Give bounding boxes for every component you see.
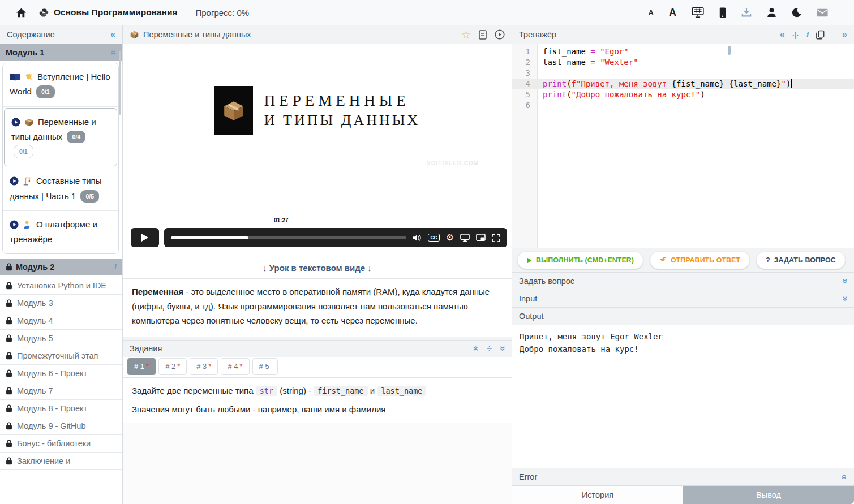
fullscreen-icon[interactable]	[492, 234, 500, 242]
sidebar-lesson-platform[interactable]: О платформе и тренажёре	[3, 211, 118, 254]
error-collapse-icon[interactable]: «	[840, 474, 849, 479]
airplay-icon[interactable]	[460, 234, 470, 242]
trainer-title: Тренажёр	[519, 30, 556, 39]
text-version-icon[interactable]	[479, 30, 487, 40]
output-section-label: Output	[519, 312, 544, 321]
task-tab-2[interactable]: # 2*	[158, 358, 187, 375]
task-tab-3[interactable]: # 3*	[190, 358, 218, 375]
line-number: 3	[512, 68, 538, 79]
tasks-title: Задания	[130, 344, 162, 353]
download-icon[interactable]	[741, 7, 752, 18]
locked-module-item[interactable]: Промежуточный этап	[0, 347, 122, 365]
video-version-icon[interactable]	[495, 29, 505, 40]
slide-title-line2: И ТИПЫ ДАННЫХ	[264, 112, 420, 129]
locked-module-label: Модуль 4	[17, 316, 53, 325]
line-number: 5	[512, 89, 538, 100]
trainer-actions: ВЫПОЛНИТЬ (CMD+ENTER) ОТПРАВИТЬ ОТВЕТ ? …	[512, 248, 854, 273]
ask-question-button[interactable]: ? ЗАДАТЬ ВОПРОС	[756, 251, 846, 269]
trainer-split-icon[interactable]: ·|·	[792, 31, 799, 38]
play-circle-icon	[10, 176, 19, 186]
sidebar-header: Содержание «	[0, 25, 122, 44]
trainer-info-icon[interactable]: i	[806, 30, 809, 40]
lock-icon	[6, 334, 12, 342]
video-player[interactable]: ПЕРЕМЕННЫЕ И ТИПЫ ДАННЫХ VOITIXLER.COM 0…	[123, 44, 512, 257]
tasks-collapse-down-icon[interactable]: «	[498, 346, 507, 351]
code-line: 2 last_name = "Wexler"	[512, 57, 854, 68]
code-chip-first-name: first_name	[314, 386, 367, 396]
locked-module-item[interactable]: Установка Python и IDE	[0, 277, 122, 295]
history-tab[interactable]: История	[512, 486, 683, 504]
locked-module-item[interactable]: Модуль 9 - GitHub	[0, 417, 122, 435]
locked-module-item[interactable]: Модуль 3	[0, 295, 122, 312]
mail-icon[interactable]	[817, 7, 828, 18]
dark-mode-moon-icon[interactable]	[792, 7, 801, 18]
package-icon	[24, 118, 34, 127]
error-section-label: Error	[519, 472, 537, 481]
font-decrease-icon[interactable]: A	[649, 7, 654, 18]
collapse-module-icon[interactable]: «	[110, 50, 119, 55]
topbar-actions: A A	[649, 7, 854, 18]
task-tab-label: # 5	[259, 362, 269, 371]
lesson-scrollbar[interactable]	[728, 46, 731, 55]
ask-expand-icon[interactable]: «	[840, 279, 849, 284]
copy-code-icon[interactable]	[816, 30, 825, 40]
home-icon[interactable]	[16, 7, 27, 18]
task-tab-4[interactable]: # 4*	[221, 358, 249, 375]
submit-answer-button[interactable]: ОТПРАВИТЬ ОТВЕТ	[650, 251, 750, 269]
sidebar-scrollbar[interactable]	[119, 51, 121, 115]
task-tab-label: # 3	[196, 362, 207, 371]
tasks-collapse-up-icon[interactable]: «	[472, 346, 481, 351]
sidebar-title: Содержание	[7, 30, 55, 39]
video-progress-track[interactable]	[171, 236, 406, 239]
locked-module-item[interactable]: Модуль 8 - Проект	[0, 400, 122, 417]
video-progress-played	[171, 236, 248, 239]
error-section-header[interactable]: Error «	[512, 468, 854, 485]
module-2-header[interactable]: Модуль 2 i	[0, 259, 122, 275]
locked-module-item[interactable]: Заключение и	[0, 453, 122, 470]
text-lesson-link[interactable]: ↓ Урок в текстовом виде ↓	[263, 263, 372, 273]
profile-icon[interactable]	[767, 7, 776, 18]
locked-module-item[interactable]: Модуль 4	[0, 312, 122, 330]
text-cursor	[791, 79, 792, 88]
desktop-mode-icon[interactable]	[692, 7, 704, 18]
output-section-header[interactable]: Output	[512, 308, 854, 325]
sidebar-lesson-composite-types[interactable]: Составные типы данных | Часть 1 0/5	[3, 167, 118, 211]
tasks-header: Задания « ÷ «	[123, 341, 512, 357]
lesson-header: Переменные и типы данных ☆	[123, 25, 512, 44]
captions-icon[interactable]: CC	[428, 234, 439, 242]
module-1-header[interactable]: Модуль 1 «	[0, 44, 122, 61]
locked-module-item[interactable]: Модуль 7	[0, 382, 122, 400]
pip-icon[interactable]	[476, 234, 486, 242]
mobile-mode-icon[interactable]	[719, 7, 726, 18]
code-editor[interactable]: 1 fist_name = "Egor" 2 last_name = "Wexl…	[512, 44, 854, 248]
locked-module-item[interactable]: Модуль 6 - Проект	[0, 365, 122, 382]
input-expand-icon[interactable]: «	[840, 296, 849, 301]
sidebar-lesson-intro[interactable]: Вступление | Hello World 0/1	[3, 63, 118, 107]
output-tab[interactable]: Вывод	[683, 486, 854, 504]
font-increase-icon[interactable]: A	[669, 7, 676, 18]
task-tab-5[interactable]: # 5	[252, 358, 278, 375]
collapse-sidebar-icon[interactable]: «	[110, 30, 115, 39]
submit-arrow-icon	[659, 257, 667, 264]
locked-module-item[interactable]: Модуль 5	[0, 330, 122, 347]
locked-module-item[interactable]: Бонус - библиотеки	[0, 435, 122, 453]
favorite-star-icon[interactable]: ☆	[461, 29, 471, 40]
lesson-list: Вступление | Hello World 0/1 Переменные …	[2, 63, 119, 254]
input-section-header[interactable]: Input «	[512, 290, 854, 308]
volume-icon[interactable]	[413, 234, 422, 242]
lock-icon	[6, 457, 12, 465]
video-control-bar: 01:27 CC ⚙	[164, 228, 507, 247]
trainer-expand-right-icon[interactable]: »	[842, 30, 847, 39]
lock-icon	[6, 299, 12, 307]
ask-question-section-header[interactable]: Задать вопрос «	[512, 273, 854, 290]
sidebar-lesson-variables[interactable]: Переменные и типы данных 0/4 0/1	[4, 108, 117, 167]
module-info-icon[interactable]: i	[114, 262, 117, 272]
locked-module-label: Модуль 3	[17, 299, 53, 308]
run-button[interactable]: ВЫПОЛНИТЬ (CMD+ENTER)	[517, 251, 643, 269]
video-play-button[interactable]	[131, 228, 159, 247]
task-tab-1[interactable]: # 1*	[127, 358, 156, 375]
code-line: 1 fist_name = "Egor"	[512, 46, 854, 57]
settings-gear-icon[interactable]: ⚙	[446, 233, 454, 242]
trainer-collapse-left-icon[interactable]: «	[780, 30, 785, 39]
tasks-divider-icon[interactable]: ÷	[487, 344, 492, 353]
